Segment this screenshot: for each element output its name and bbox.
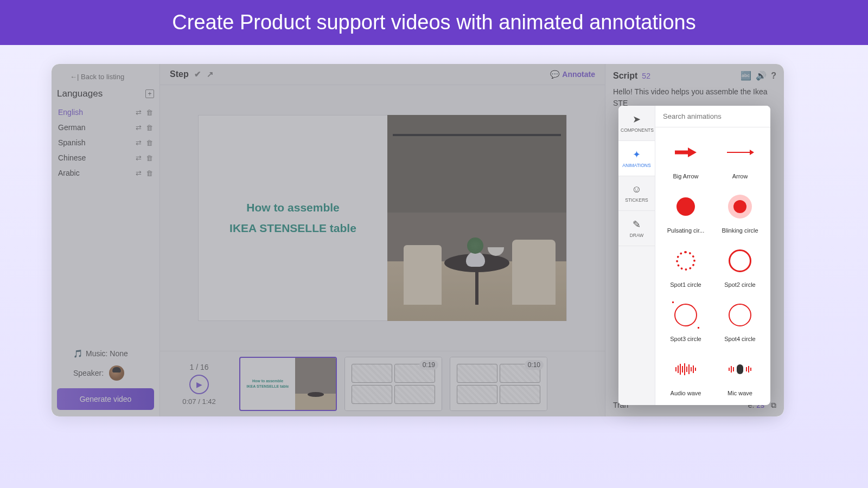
annotation-spot3-circle[interactable]: Spot3 circle bbox=[660, 294, 712, 346]
annotation-spot2-circle[interactable]: Spot2 circle bbox=[714, 240, 766, 292]
copy-icon[interactable]: ⧉ bbox=[771, 401, 776, 409]
annotation-label: Blinking circle bbox=[722, 227, 758, 234]
annotations-grid: Big Arrow Arrow Pulsating cir... Blinkin… bbox=[655, 127, 770, 405]
translate-icon[interactable]: ⇄ bbox=[136, 108, 142, 117]
annotations-content: Big Arrow Arrow Pulsating cir... Blinkin… bbox=[655, 106, 770, 405]
step-label: Step bbox=[170, 69, 189, 79]
language-item-spanish[interactable]: Spanish ⇄🗑 bbox=[57, 135, 154, 150]
slide-line1: How to assemble bbox=[209, 197, 376, 218]
spot4-circle-icon bbox=[729, 304, 751, 326]
annotation-pulsating-circle[interactable]: Pulsating cir... bbox=[660, 186, 712, 238]
language-item-german[interactable]: German ⇄🗑 bbox=[57, 120, 154, 135]
translate-icon[interactable]: ⇄ bbox=[136, 139, 142, 147]
timeline-thumb-2[interactable]: 0:19 bbox=[344, 357, 442, 411]
annotations-tabs: ➤ COMPONENTS ✦ ANIMATIONS ☺ STICKERS ✎ D… bbox=[618, 106, 655, 405]
annotation-label: Spot2 circle bbox=[724, 281, 755, 288]
tab-label: DRAW bbox=[630, 233, 644, 238]
step-header: Step ✔︎ ↗ 💬 Annotate bbox=[160, 64, 605, 85]
annotation-label: Audio wave bbox=[671, 390, 701, 396]
add-language-button[interactable]: + bbox=[145, 89, 154, 98]
help-icon[interactable]: ? bbox=[771, 71, 776, 81]
language-item-arabic[interactable]: Arabic ⇄🗑 bbox=[57, 165, 154, 181]
pulsating-circle-icon bbox=[676, 197, 695, 216]
check-icon[interactable]: ✔︎ bbox=[194, 69, 201, 79]
speaker-label: Speaker: bbox=[73, 369, 104, 377]
language-item-english[interactable]: English ⇄ 🗑 bbox=[57, 105, 154, 120]
trash-icon[interactable]: 🗑 bbox=[146, 124, 153, 132]
audio-wave-icon bbox=[675, 362, 696, 376]
pen-icon: ✎ bbox=[621, 219, 653, 230]
speaker-selector[interactable]: Speaker: bbox=[73, 365, 154, 381]
time-display: 0:07 / 1:42 bbox=[167, 397, 232, 406]
back-to-listing-link[interactable]: Back to listing bbox=[70, 73, 154, 81]
language-label: Chinese bbox=[58, 153, 86, 162]
arrow-icon bbox=[727, 152, 753, 153]
promo-banner: Create Product support videos with anima… bbox=[0, 0, 868, 45]
annotation-mic-wave[interactable]: Mic wave bbox=[714, 349, 766, 401]
annotation-label: Spot1 circle bbox=[670, 281, 701, 288]
slide-text: How to assemble IKEA STENSELLE table bbox=[199, 187, 387, 249]
annotation-spot4-circle[interactable]: Spot4 circle bbox=[714, 294, 766, 346]
timeline: 1 / 16 ▶ 0:07 / 1:42 0:07 How to assembl… bbox=[160, 351, 605, 416]
spot3-circle-icon bbox=[674, 304, 697, 326]
trash-icon[interactable]: 🗑 bbox=[146, 139, 153, 147]
translate-icon[interactable]: 🔤 bbox=[741, 70, 751, 81]
translate-icon[interactable]: ⇄ bbox=[136, 154, 142, 162]
tab-label: COMPONENTS bbox=[621, 127, 654, 133]
annotation-label: Spot4 circle bbox=[724, 336, 755, 342]
sound-icon[interactable]: 🔊 bbox=[756, 70, 767, 81]
language-label: Arabic bbox=[58, 169, 80, 177]
cursor-icon: ➤ bbox=[621, 113, 653, 125]
tab-components[interactable]: ➤ COMPONENTS bbox=[618, 106, 655, 141]
music-label: Music: None bbox=[86, 349, 128, 358]
slide-image bbox=[387, 115, 566, 321]
annotate-button[interactable]: 💬 Annotate bbox=[550, 70, 595, 79]
avatar bbox=[109, 365, 124, 381]
timeline-thumb-1[interactable]: 0:07 How to assembleIKEA STENSELLE table bbox=[239, 357, 337, 411]
translate-icon[interactable]: ⇄ bbox=[136, 169, 142, 177]
tab-stickers[interactable]: ☺ STICKERS bbox=[618, 176, 655, 211]
script-title: Script bbox=[613, 71, 637, 81]
annotation-arrow[interactable]: Arrow bbox=[714, 132, 766, 184]
external-link-icon[interactable]: ↗ bbox=[207, 69, 214, 79]
search-input[interactable] bbox=[655, 106, 770, 127]
translate-icon[interactable]: ⇄ bbox=[136, 124, 142, 132]
sidebar: Back to listing Languages + English ⇄ 🗑 … bbox=[52, 64, 160, 416]
languages-header: Languages + bbox=[57, 88, 154, 99]
language-item-chinese[interactable]: Chinese ⇄🗑 bbox=[57, 150, 154, 165]
banner-title: Create Product support videos with anima… bbox=[172, 11, 695, 34]
annotation-label: Big Arrow bbox=[673, 173, 698, 179]
trash-icon[interactable]: 🗑 bbox=[146, 169, 153, 177]
sparkle-icon: ✦ bbox=[621, 149, 653, 160]
spot1-circle-icon bbox=[676, 251, 695, 271]
blinking-circle-icon bbox=[728, 195, 752, 219]
play-button[interactable]: ▶ bbox=[189, 375, 209, 394]
language-label: English bbox=[58, 108, 83, 117]
tab-draw[interactable]: ✎ DRAW bbox=[618, 211, 655, 246]
thumb-duration: 0:10 bbox=[525, 360, 544, 370]
annotate-label: Annotate bbox=[562, 70, 595, 79]
step-counter: 1 / 16 bbox=[167, 363, 232, 371]
annotation-label: Arrow bbox=[732, 173, 748, 179]
annotation-big-arrow[interactable]: Big Arrow bbox=[660, 132, 712, 184]
language-label: Spanish bbox=[58, 138, 86, 147]
spot2-circle-icon bbox=[729, 249, 751, 272]
generate-video-button[interactable]: Generate video bbox=[57, 388, 154, 410]
annotate-icon: 💬 bbox=[550, 70, 559, 79]
music-selector[interactable]: 🎵 Music: None bbox=[73, 349, 154, 358]
big-arrow-icon bbox=[675, 147, 697, 157]
annotation-audio-wave[interactable]: Audio wave bbox=[660, 349, 712, 401]
tab-animations[interactable]: ✦ ANIMATIONS bbox=[618, 141, 655, 176]
music-icon: 🎵 bbox=[73, 349, 82, 358]
annotation-label: Spot3 circle bbox=[670, 336, 701, 342]
annotation-blinking-circle[interactable]: Blinking circle bbox=[714, 186, 766, 238]
timeline-thumb-3[interactable]: 0:10 bbox=[450, 357, 547, 411]
tab-label: STICKERS bbox=[625, 197, 648, 203]
trash-icon[interactable]: 🗑 bbox=[146, 154, 153, 162]
script-header: Script 52 🔤 🔊 ? bbox=[613, 70, 776, 81]
trash-icon[interactable]: 🗑 bbox=[146, 108, 153, 117]
tab-label: ANIMATIONS bbox=[622, 163, 650, 168]
annotation-label: Mic wave bbox=[727, 390, 752, 396]
slide-canvas[interactable]: How to assemble IKEA STENSELLE table bbox=[198, 115, 567, 321]
annotation-spot1-circle[interactable]: Spot1 circle bbox=[660, 240, 712, 292]
